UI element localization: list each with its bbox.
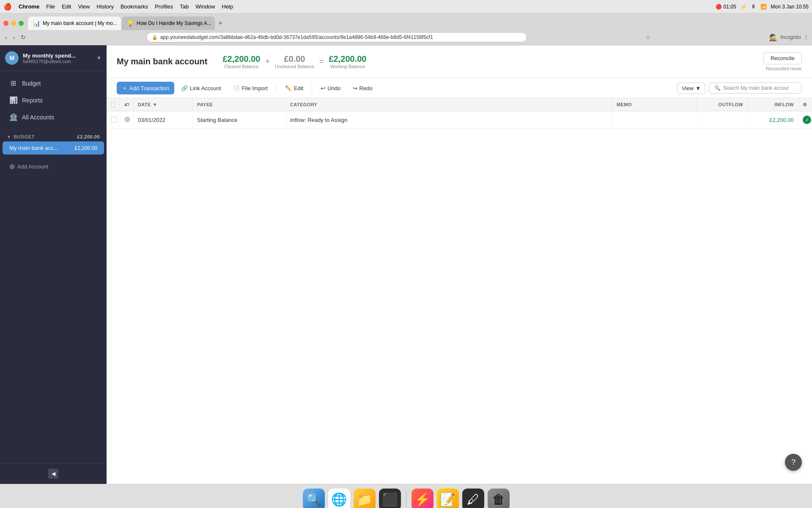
undo-button[interactable]: ↩ Undo: [315, 83, 346, 94]
col-payee: PAYEE: [193, 98, 286, 111]
menu-history[interactable]: History: [96, 3, 113, 10]
redo-button[interactable]: ↪ Redo: [348, 83, 378, 94]
menu-view[interactable]: View: [78, 3, 90, 10]
wifi-icon: 📶: [760, 4, 767, 10]
menu-file[interactable]: File: [46, 3, 55, 10]
tab-favicon-1: 📊: [33, 20, 40, 27]
reload-button[interactable]: ↻: [19, 33, 27, 41]
browser-chrome: 📊 My main bank account | My mo... ✕ 💡 Ho…: [0, 14, 812, 45]
tab-savings[interactable]: 💡 How Do I Handle My Savings A... ✕: [122, 17, 215, 30]
link-account-button[interactable]: 🔗 Link Account: [176, 83, 226, 94]
menu-profiles[interactable]: Profiles: [155, 3, 173, 10]
uncleared-balance-label: Uncleared Balance: [275, 64, 314, 69]
tab-favicon-2: 💡: [127, 20, 134, 27]
address-bar[interactable]: 🔒 app.youneedabudget.com/3a8bbdae-d62a-4…: [146, 32, 527, 42]
toolbar-right: View ▼ 🔍 Search My main bank accour: [677, 83, 802, 94]
col-memo: MEMO: [612, 98, 697, 111]
budget-icon: ⊞: [9, 79, 17, 87]
maximize-window-button[interactable]: [19, 21, 24, 26]
dock-item-files[interactable]: 📁: [354, 489, 376, 508]
header-right: Reconcile Reconciled never: [763, 52, 802, 71]
link-account-label: Link Account: [190, 85, 221, 91]
apple-menu[interactable]: 🍎: [3, 3, 12, 11]
table-row[interactable]: 03/01/2022 Starting Balance Inflow: Read…: [107, 111, 812, 129]
memo-header-label: MEMO: [617, 102, 632, 107]
sidebar-header[interactable]: M My monthly spend... 5d485270@uifeed.co…: [0, 45, 107, 71]
account-name-main-bank: My main bank acc...: [9, 145, 73, 151]
file-import-button[interactable]: 📄 File Import: [228, 83, 273, 94]
org-dropdown-icon: ▼: [96, 55, 102, 61]
help-button[interactable]: ?: [785, 454, 802, 471]
microphone-icon: 🎙: [751, 4, 756, 10]
toolbar-separator-1: [276, 83, 277, 93]
add-transaction-button[interactable]: ＋ Add Transaction: [117, 82, 174, 94]
view-label: View: [682, 85, 694, 91]
cleared-check-icon[interactable]: ✓: [803, 116, 811, 124]
add-account-button[interactable]: ⊕ Add Account: [3, 159, 104, 174]
reconcile-button[interactable]: Reconcile: [763, 52, 802, 64]
menu-window[interactable]: Window: [195, 3, 215, 10]
row-flag-cell[interactable]: [120, 112, 134, 128]
tab-title-1: My main bank account | My mo...: [43, 20, 117, 26]
undo-icon: ↩: [321, 85, 325, 91]
forward-button[interactable]: ›: [11, 33, 17, 41]
dock-item-chrome[interactable]: 🌐: [328, 489, 350, 508]
sidebar-nav: ⊞ Budget 📊 Reports 🏦 All Accounts: [0, 71, 107, 129]
outflow-header-label: OUTFLOW: [719, 102, 743, 107]
col-date[interactable]: DATE ▼: [134, 98, 193, 111]
dock-item-terminal[interactable]: ⬛: [379, 489, 401, 508]
row-cleared-cell[interactable]: ✓: [798, 111, 812, 128]
working-balance-label: Working Balance: [329, 64, 366, 69]
reconciled-text: Reconciled never: [766, 66, 802, 71]
sidebar-item-reports[interactable]: 📊 Reports: [3, 92, 104, 108]
dock-item-dark-2[interactable]: 🖊: [462, 489, 484, 508]
col-outflow: OUTFLOW: [697, 98, 748, 111]
lock-icon: 🔒: [152, 35, 158, 40]
org-name: My monthly spend...: [23, 52, 92, 59]
collapse-chevron-icon: ◀: [52, 471, 55, 477]
org-email: 5d485270@uifeed.com: [23, 59, 92, 64]
file-import-icon: 📄: [233, 85, 240, 91]
account-title: My main bank account: [117, 57, 208, 66]
bookmark-star[interactable]: ☆: [645, 34, 651, 41]
menu-dots[interactable]: ⋮: [804, 34, 809, 40]
row-date: 03/01/2022: [138, 117, 165, 123]
col-checkbox: [107, 98, 120, 111]
terminal-icon: ⬛: [382, 492, 398, 507]
redo-icon: ↪: [353, 85, 357, 91]
cleared-balance-label: Cleared Balance: [223, 64, 261, 69]
sidebar-org-info: My monthly spend... 5d485270@uifeed.com: [23, 52, 92, 64]
row-checkbox-cell[interactable]: [107, 113, 120, 127]
menu-edit[interactable]: Edit: [62, 3, 71, 10]
settings-header-icon[interactable]: ⚙: [803, 102, 807, 108]
sidebar-item-budget-label: Budget: [22, 80, 41, 87]
reports-icon: 📊: [9, 96, 17, 104]
dock-item-finder[interactable]: 🔍: [303, 489, 325, 508]
row-inflow-cell: £2,200.00: [748, 113, 798, 127]
equals-sign: =: [319, 57, 324, 66]
menu-bar: 🍎 Chrome File Edit View History Bookmark…: [0, 0, 812, 14]
minimize-window-button[interactable]: [11, 21, 16, 26]
sidebar-item-all-accounts[interactable]: 🏦 All Accounts: [3, 109, 104, 125]
select-all-checkbox[interactable]: [111, 102, 115, 108]
tab-main-bank[interactable]: 📊 My main bank account | My mo... ✕: [28, 17, 121, 30]
menu-bookmarks[interactable]: Bookmarks: [121, 3, 148, 10]
edit-button[interactable]: ✏️ Edit: [280, 83, 308, 94]
search-box[interactable]: 🔍 Search My main bank accour: [709, 83, 802, 94]
balance-group: £2,200.00 Cleared Balance + £0.00 Unclea…: [223, 54, 367, 69]
account-item-main-bank[interactable]: My main bank acc... £2,200.00: [3, 141, 104, 155]
view-button[interactable]: View ▼: [677, 83, 705, 94]
working-balance-item: £2,200.00 Working Balance: [329, 54, 366, 69]
sidebar-collapse-button[interactable]: ◀: [48, 469, 58, 479]
menu-help[interactable]: Help: [222, 3, 233, 10]
menu-tab[interactable]: Tab: [180, 3, 189, 10]
new-tab-button[interactable]: +: [216, 19, 225, 28]
add-account-label: Add Account: [17, 163, 48, 170]
sidebar-item-budget[interactable]: ⊞ Budget: [3, 75, 104, 91]
dock-item-reeder[interactable]: ⚡: [411, 489, 433, 508]
back-button[interactable]: ‹: [3, 33, 9, 41]
dock-item-trash[interactable]: 🗑: [488, 489, 510, 508]
dock-item-notes[interactable]: 📝: [437, 489, 459, 508]
close-window-button[interactable]: [3, 21, 8, 26]
row-checkbox[interactable]: [111, 117, 117, 123]
